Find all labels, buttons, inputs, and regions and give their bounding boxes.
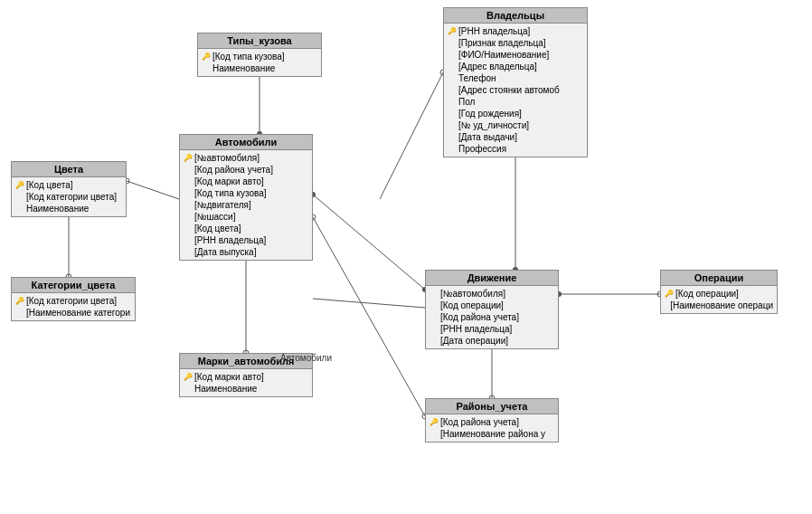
- entity-fields-tipy_kuzova: 🔑[Код типа кузова]Наименование: [198, 49, 321, 76]
- field-row: [№ уд_личности]: [444, 119, 587, 131]
- entity-vladeltsy: Владельцы🔑[РНН владельца][Признак владел…: [443, 7, 588, 157]
- entity-fields-avtomobili: 🔑[№автомобиля][Код района учета][Код мар…: [180, 150, 312, 260]
- field-text: [Наименование категори: [26, 308, 130, 318]
- entity-header-dvizhenie: Движение: [426, 271, 558, 286]
- field-text: [ФИО/Наименование]: [458, 50, 549, 60]
- entity-fields-cveta: 🔑[Код цвета][Код категории цвета]Наимено…: [12, 177, 126, 216]
- entity-header-operacii: Операции: [661, 271, 777, 286]
- field-row: Пол: [444, 96, 587, 108]
- field-text: [Признак владельца]: [458, 38, 546, 48]
- key-icon: 🔑: [15, 181, 24, 190]
- entity-fields-vladeltsy: 🔑[РНН владельца][Признак владельца][ФИО/…: [444, 24, 587, 157]
- field-text: [Дата выдачи]: [458, 132, 517, 142]
- field-text: [Код типа кузова]: [212, 52, 285, 62]
- entity-header-tipy_kuzova: Типы_кузова: [198, 33, 321, 49]
- field-text: [Наименование операци: [670, 300, 773, 310]
- key-icon: 🔑: [665, 290, 674, 299]
- entity-kategorii_cveta: Категории_цвета🔑[Код категории цвета][На…: [11, 277, 136, 321]
- field-row: [Код района учета]: [180, 164, 312, 176]
- field-text: [Код района учета]: [440, 417, 519, 427]
- field-text: [Код марки авто]: [194, 176, 264, 186]
- field-row: [ФИО/Наименование]: [444, 49, 587, 61]
- field-text: [Код цвета]: [26, 180, 73, 190]
- field-row: [Год рождения]: [444, 108, 587, 119]
- field-text: [№автомобиля]: [440, 289, 505, 299]
- field-row: Наименование: [180, 383, 312, 395]
- field-text: [Код категории цвета]: [26, 296, 117, 306]
- entity-tipy_kuzova: Типы_кузова🔑[Код типа кузова]Наименовани…: [197, 33, 322, 77]
- field-text: [№двигателя]: [194, 200, 251, 210]
- field-text: [Дата выпуска]: [194, 247, 256, 257]
- field-row: [Код категории цвета]: [12, 191, 126, 203]
- key-icon: 🔑: [202, 52, 211, 62]
- field-row: 🔑[РНН владельца]: [444, 25, 587, 37]
- field-text: Телефон: [458, 73, 496, 83]
- entity-avtomobili: Автомобили🔑[№автомобиля][Код района учет…: [179, 134, 313, 261]
- field-row: 🔑[Код операции]: [661, 288, 777, 300]
- field-text: [Адрес владельца]: [458, 62, 537, 71]
- key-icon: 🔑: [184, 154, 193, 163]
- field-text: [Код категории цвета]: [26, 192, 117, 202]
- field-text: [Код района учета]: [440, 312, 519, 322]
- entity-header-rajony: Районы_учета: [426, 399, 558, 414]
- field-row: Профессия: [444, 143, 587, 155]
- field-text: Наименование: [212, 63, 275, 73]
- field-row: [Адрес владельца]: [444, 61, 587, 72]
- key-icon: 🔑: [15, 297, 24, 306]
- field-text: [Год рождения]: [458, 109, 522, 119]
- key-icon: 🔑: [184, 373, 193, 382]
- field-text: [Код операции]: [675, 289, 739, 299]
- field-text: [№шасси]: [194, 212, 235, 222]
- entity-fields-dvizhenie: [№автомобиля][Код операции][Код района у…: [426, 286, 558, 348]
- field-row: 🔑[Код цвета]: [12, 179, 126, 191]
- svg-line-13: [313, 195, 425, 290]
- field-text: [Код операции]: [440, 300, 504, 310]
- field-row: [Код района учета]: [426, 311, 558, 323]
- field-row: [Наименование категори: [12, 307, 135, 319]
- diagram-canvas: Владельцы🔑[РНН владельца][Признак владел…: [0, 0, 812, 514]
- connections-svg: [0, 0, 812, 514]
- field-row: [Наименование операци: [661, 300, 777, 311]
- field-row: [Дата операции]: [426, 335, 558, 347]
- svg-line-16: [313, 299, 425, 308]
- field-row: 🔑[Код категории цвета]: [12, 295, 135, 307]
- field-text: [РНН владельца]: [458, 26, 530, 36]
- field-row: 🔑[Код типа кузова]: [198, 51, 321, 62]
- field-text: [Адрес стоянки автомоб: [458, 85, 560, 95]
- field-text: [№автомобиля]: [194, 153, 260, 163]
- entity-dvizhenie: Движение[№автомобиля][Код операции][Код …: [425, 270, 559, 349]
- field-text: [Код района учета]: [194, 165, 273, 175]
- field-text: [Дата операции]: [440, 336, 508, 346]
- field-text: Профессия: [458, 144, 506, 154]
- field-row: [Код марки авто]: [180, 176, 312, 187]
- field-text: [Код марки авто]: [194, 372, 264, 382]
- field-row: 🔑[Код марки авто]: [180, 371, 312, 383]
- field-row: 🔑[Код района учета]: [426, 416, 558, 428]
- field-row: [РНН владельца]: [180, 234, 312, 246]
- field-row: [Код цвета]: [180, 223, 312, 234]
- entity-header-cveta: Цвета: [12, 162, 126, 177]
- entity-fields-kategorii_cveta: 🔑[Код категории цвета][Наименование кате…: [12, 293, 135, 320]
- field-text: [Код типа кузова]: [194, 188, 267, 198]
- key-icon: 🔑: [448, 27, 457, 36]
- field-text: [Наименование района у: [440, 429, 545, 439]
- field-row: Наименование: [198, 62, 321, 74]
- entity-rajony: Районы_учета🔑[Код района учета][Наименов…: [425, 398, 559, 443]
- autom-label: Автомобили: [280, 353, 332, 363]
- entity-fields-rajony: 🔑[Код района учета][Наименование района …: [426, 414, 558, 442]
- field-row: [Признак владельца]: [444, 37, 587, 49]
- field-text: [Код цвета]: [194, 224, 241, 233]
- field-row: [Код типа кузова]: [180, 187, 312, 199]
- field-text: [РНН владельца]: [194, 235, 266, 245]
- entity-header-avtomobili: Автомобили: [180, 135, 312, 150]
- field-text: Наименование: [194, 384, 257, 394]
- entity-cveta: Цвета🔑[Код цвета][Код категории цвета]На…: [11, 161, 127, 217]
- entity-operacii: Операции🔑[Код операции][Наименование опе…: [660, 270, 778, 314]
- field-row: [Дата выпуска]: [180, 246, 312, 258]
- field-row: Телефон: [444, 72, 587, 84]
- field-text: Пол: [458, 97, 475, 107]
- field-row: [№автомобиля]: [426, 288, 558, 300]
- field-row: [Код операции]: [426, 300, 558, 311]
- field-row: [Наименование района у: [426, 428, 558, 440]
- entity-fields-operacii: 🔑[Код операции][Наименование операци: [661, 286, 777, 313]
